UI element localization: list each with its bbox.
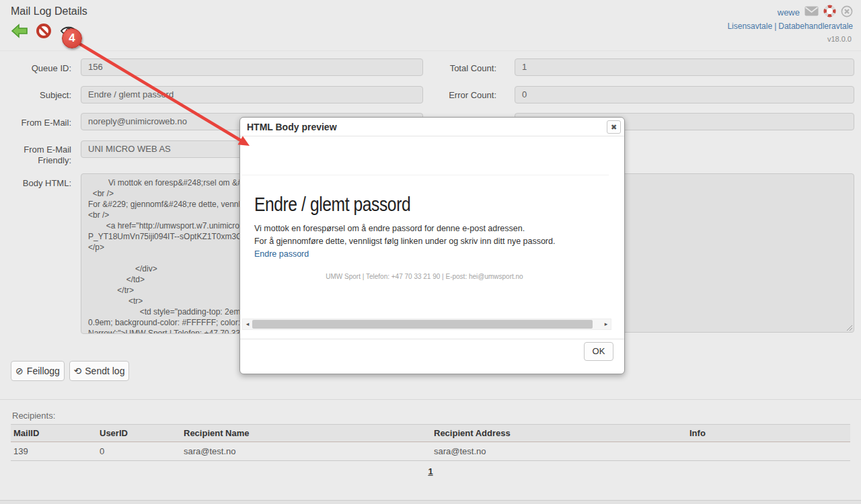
sendt-log-button[interactable]: ⟲Sendt log: [69, 361, 129, 381]
modal-header: HTML Body preview ✖: [240, 118, 624, 136]
col-userid: UserID: [100, 425, 128, 442]
page-number-link[interactable]: 1: [428, 466, 433, 476]
total-count-input[interactable]: 1: [515, 58, 854, 76]
from-friendly-label-line1: From E-Mail: [7, 144, 71, 155]
email-line1: Vi mottok en forespørsel om å endre pass…: [254, 222, 555, 235]
feillogg-button[interactable]: ⊘Feillogg: [11, 361, 65, 381]
pagination: 1: [0, 465, 861, 477]
error-count-label: Error Count:: [424, 90, 496, 100]
recipients-table-header: MailID UserID Recipient Name Recipient A…: [11, 424, 850, 442]
queue-id-input[interactable]: 156: [81, 58, 423, 76]
footer-strip: [0, 500, 861, 504]
email-heading: Endre / glemt passord: [254, 194, 410, 216]
email-top-rule: [241, 175, 609, 175]
link-separator: |: [772, 22, 778, 31]
body-html-label: Body HTML:: [7, 178, 71, 188]
cell-recipient-name: sara@test.no: [184, 443, 236, 460]
cell-mailid: 139: [13, 443, 28, 460]
step-4-badge: 4: [62, 28, 82, 48]
help-lifebuoy-icon[interactable]: [823, 5, 836, 20]
from-email-label: From E-Mail:: [7, 118, 71, 128]
scroll-right-icon[interactable]: ▸: [601, 319, 611, 329]
legal-links: Lisensavtale|Databehandleravtale: [727, 22, 853, 31]
history-icon: ⟲: [74, 366, 82, 376]
mail-log-details-page: Mail Log Details wewe: [0, 0, 861, 504]
col-info: Info: [689, 425, 706, 442]
back-icon[interactable]: [11, 23, 28, 42]
close-session-icon[interactable]: [841, 5, 853, 20]
username-link[interactable]: wewe: [778, 7, 800, 17]
section-divider: [0, 399, 861, 400]
endre-passord-link[interactable]: Endre passord: [254, 247, 309, 260]
modal-close-icon[interactable]: ✖: [607, 120, 621, 134]
header-divider: [0, 50, 861, 51]
mail-icon[interactable]: [804, 6, 819, 19]
html-body-preview-modal: HTML Body preview ✖ Endre / glemt passor…: [239, 117, 625, 374]
queue-id-label: Queue ID:: [7, 63, 71, 73]
sendt-log-button-label: Sendt log: [85, 366, 124, 376]
error-log-icon: ⊘: [15, 366, 24, 376]
dpa-link[interactable]: Databehandleravtale: [778, 22, 853, 31]
subject-label: Subject:: [7, 90, 71, 100]
cell-recipient-address: sara@test.no: [434, 443, 486, 460]
total-count-label: Total Count:: [424, 63, 496, 73]
recipients-label: Recipients:: [12, 411, 55, 421]
col-recipient-name: Recipient Name: [184, 425, 250, 442]
ok-button[interactable]: OK: [584, 342, 613, 361]
col-recipient-address: Recipient Address: [434, 425, 511, 442]
account-area: wewe: [778, 5, 853, 20]
email-line2: For å gjennomføre dette, vennligst følg …: [254, 235, 555, 247]
block-icon[interactable]: [36, 23, 52, 42]
page-title: Mail Log Details: [11, 5, 87, 17]
cell-userid: 0: [100, 443, 104, 460]
email-footer-text: UMW Sport | Telefon: +47 70 33 21 90 | E…: [240, 273, 609, 280]
modal-title: HTML Body preview: [247, 122, 337, 132]
feillogg-button-label: Feillogg: [27, 366, 60, 376]
from-friendly-label-line2: Friendly:: [7, 155, 71, 165]
subject-input[interactable]: Endre / glemt passord: [81, 86, 423, 103]
horizontal-scrollbar[interactable]: ◂ ▸: [242, 319, 611, 330]
modal-footer-divider: [240, 339, 624, 339]
table-row[interactable]: 139 0 sara@test.no sara@test.no: [11, 443, 850, 461]
scrollbar-thumb[interactable]: [252, 320, 593, 329]
version-label: v18.0.0: [827, 35, 852, 43]
col-mailid: MailID: [13, 425, 39, 442]
error-count-input[interactable]: 0: [515, 86, 854, 103]
email-body-text: Vi mottok en forespørsel om å endre pass…: [254, 222, 555, 260]
license-link[interactable]: Lisensavtale: [727, 22, 772, 31]
scroll-left-icon[interactable]: ◂: [243, 319, 252, 329]
resize-handle-icon[interactable]: [845, 323, 853, 331]
